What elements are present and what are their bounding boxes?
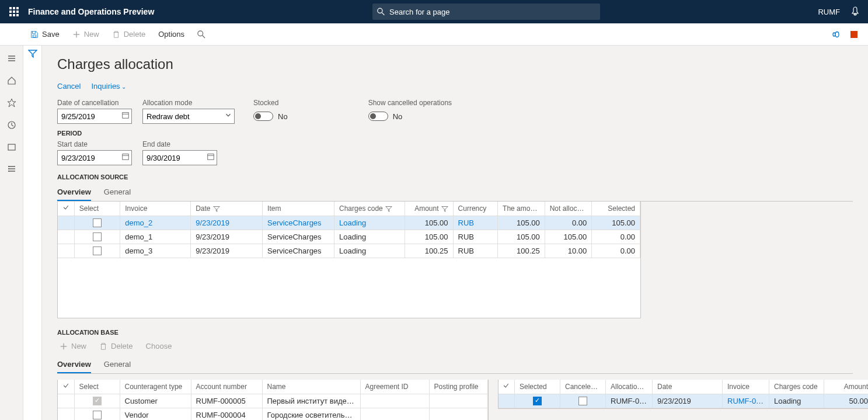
svg-rect-7 — [13, 14, 15, 16]
home-icon[interactable] — [2, 72, 21, 89]
cell-charges: Loading — [334, 230, 405, 244]
col-date[interactable]: Date — [191, 202, 263, 216]
col-currency[interactable]: Currency — [453, 202, 498, 216]
alloc-source-grid: Select Invoice Date Item Charges code Am… — [57, 202, 641, 318]
cell-not-alloc: 10.00 — [545, 244, 592, 258]
row-checkbox[interactable] — [533, 397, 542, 405]
cell-alloc-tran: RUMF-000028 — [606, 394, 653, 408]
cell-amount: 105.00 — [405, 216, 453, 230]
table-row[interactable]: demo_19/23/2019ServiceChargesLoading105.… — [58, 230, 640, 244]
action-bar: Save New Delete Options — [0, 23, 868, 46]
col-posting[interactable]: Posting profile — [429, 380, 487, 394]
col-not-alloc[interactable]: Not allocated — [545, 202, 592, 216]
alloc-base-section: ALLOCATION BASE — [57, 329, 853, 336]
col-date[interactable]: Date — [653, 380, 723, 394]
delete-button[interactable]: Delete — [106, 27, 152, 41]
options-button[interactable]: Options — [152, 27, 190, 41]
search-action-button[interactable] — [191, 27, 211, 41]
attach-icon[interactable] — [831, 30, 840, 39]
table-row[interactable]: demo_29/23/2019ServiceChargesLoading105.… — [58, 216, 640, 230]
tab-overview[interactable]: Overview — [57, 184, 91, 201]
col-select[interactable]: Select — [74, 380, 120, 394]
row-checkbox[interactable] — [93, 232, 102, 241]
table-row[interactable]: RUMF-0000289/23/2019RUMF-000028Loading50… — [499, 394, 869, 408]
col-mark[interactable] — [58, 380, 74, 394]
date-cancel-label: Date of cancellation — [57, 99, 132, 107]
start-date-input[interactable] — [57, 150, 132, 165]
table-row[interactable]: VendorRUMF-000004Городские осветительные… — [58, 408, 487, 420]
stocked-toggle[interactable] — [253, 112, 273, 121]
filter-icon[interactable] — [28, 49, 37, 58]
table-row[interactable]: demo_39/23/2019ServiceChargesLoading100.… — [58, 244, 640, 258]
col-name[interactable]: Name — [262, 380, 360, 394]
alloc-base-right-grid: Selected Canceled Allocation tran... Dat… — [498, 380, 869, 409]
base-choose-button[interactable]: Choose — [144, 341, 175, 352]
col-mark[interactable] — [58, 202, 74, 216]
col-amount[interactable]: Amount — [824, 380, 869, 394]
date-cancel-input[interactable] — [57, 109, 132, 124]
notifications-icon[interactable] — [850, 6, 860, 18]
new-button[interactable]: New — [67, 27, 105, 41]
end-date-input[interactable] — [142, 150, 217, 165]
tab-overview[interactable]: Overview — [57, 356, 91, 373]
alloc-mode-input[interactable] — [142, 109, 235, 124]
search-box[interactable] — [372, 4, 600, 20]
cell-name: Первый институт видео и звука — [262, 394, 360, 408]
row-checkbox[interactable] — [93, 218, 102, 227]
cell-date: 9/23/2019 — [653, 394, 723, 408]
cell-invoice: demo_3 — [120, 244, 191, 258]
cell-selected: 0.00 — [592, 244, 640, 258]
user-name[interactable]: RUMF — [818, 8, 840, 16]
new-label: New — [84, 30, 99, 39]
col-invoice[interactable]: Invoice — [120, 202, 191, 216]
svg-rect-2 — [16, 7, 19, 9]
cell-amount: 100.25 — [405, 244, 453, 258]
base-delete-button[interactable]: Delete — [97, 341, 135, 352]
svg-point-24 — [8, 166, 9, 167]
inquiries-link[interactable]: Inquiries⌄ — [91, 82, 126, 91]
col-charges[interactable]: Charges code — [769, 380, 824, 394]
row-marker[interactable] — [58, 408, 74, 420]
col-amount-in[interactable]: The amount in ... — [498, 202, 545, 216]
star-icon[interactable] — [2, 95, 21, 111]
col-ctype[interactable]: Counteragent type — [120, 380, 191, 394]
col-canceled[interactable]: Canceled — [560, 380, 606, 394]
cell-posting — [429, 408, 487, 420]
office-icon[interactable] — [849, 30, 859, 39]
col-amount[interactable]: Amount — [405, 202, 453, 216]
base-new-button[interactable]: New — [57, 341, 89, 352]
recent-icon[interactable] — [2, 117, 21, 133]
table-row[interactable]: CustomerRUMF-000005Первый институт видео… — [58, 394, 487, 408]
search-input[interactable] — [389, 8, 595, 16]
col-alloc-tran[interactable]: Allocation tran... — [606, 380, 653, 394]
svg-point-25 — [8, 168, 9, 169]
row-checkbox[interactable] — [578, 397, 587, 405]
col-invoice[interactable]: Invoice — [723, 380, 769, 394]
modules-icon[interactable] — [2, 161, 21, 178]
filter-icon — [213, 206, 220, 213]
col-select[interactable]: Select — [74, 202, 120, 216]
show-cancelled-toggle[interactable] — [368, 112, 388, 121]
cell-amount: 105.00 — [405, 230, 453, 244]
col-agreement[interactable]: Agreement ID — [360, 380, 429, 394]
svg-rect-3 — [9, 11, 12, 13]
col-selected[interactable]: Selected — [592, 202, 640, 216]
col-item[interactable]: Item — [263, 202, 334, 216]
row-checkbox[interactable] — [93, 397, 102, 405]
cell-item: ServiceCharges — [263, 216, 334, 230]
save-button[interactable]: Save — [25, 27, 65, 41]
cell-agreement — [360, 394, 429, 408]
tab-general[interactable]: General — [104, 184, 131, 201]
col-selected[interactable]: Selected — [515, 380, 560, 394]
row-checkbox[interactable] — [93, 247, 102, 255]
col-charges[interactable]: Charges code — [334, 202, 405, 216]
row-checkbox[interactable] — [93, 411, 102, 419]
cancel-link[interactable]: Cancel — [57, 82, 81, 91]
col-account[interactable]: Account number — [191, 380, 262, 394]
row-marker[interactable] — [58, 394, 74, 408]
hamburger-icon[interactable] — [2, 50, 21, 67]
waffle-icon[interactable] — [5, 2, 23, 21]
workspace-icon[interactable] — [2, 139, 21, 155]
col-mark[interactable] — [499, 380, 515, 394]
tab-general[interactable]: General — [104, 356, 131, 373]
